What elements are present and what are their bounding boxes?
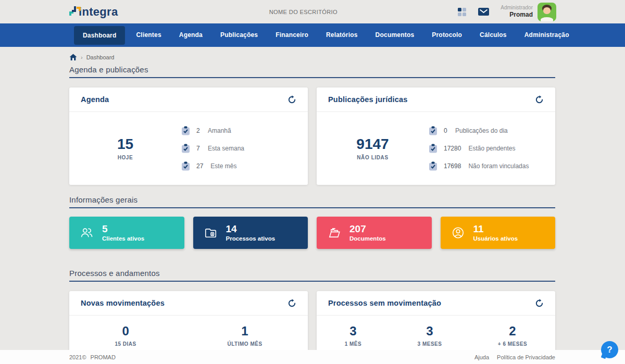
stat-label: 1 MÊS bbox=[345, 341, 362, 347]
footer: 2021© PROMAD Ajuda Política de Privacida… bbox=[0, 350, 625, 364]
agenda-card: Agenda 15 HOJE bbox=[69, 87, 308, 185]
publicacoes-main-stat: 9147 NÃO LIDAS bbox=[317, 136, 429, 160]
stat-card-documentos[interactable]: 207 Documentos bbox=[317, 217, 432, 249]
refresh-icon[interactable] bbox=[535, 299, 544, 308]
item-label: Este mês bbox=[210, 162, 236, 170]
item-value: 0 bbox=[444, 127, 448, 134]
stat-label: ÚLTIMO MÊS bbox=[228, 341, 262, 347]
item-label: Publicações do dia bbox=[455, 127, 508, 134]
novas-movimentacoes-header: Novas movimentações bbox=[69, 291, 308, 316]
nav-item-agenda[interactable]: Agenda bbox=[170, 23, 211, 47]
logo-navy-shape bbox=[74, 6, 76, 12]
users-icon bbox=[80, 226, 94, 240]
stat-label: Processos ativos bbox=[226, 235, 276, 242]
company-name: PROMAD bbox=[91, 354, 116, 360]
refresh-icon[interactable] bbox=[288, 95, 296, 104]
stat-value: 3 bbox=[345, 324, 362, 338]
list-item[interactable]: 7 Esta semana bbox=[181, 144, 308, 153]
stat-value: 207 bbox=[349, 223, 386, 235]
stat-block: 0 15 DIAS bbox=[115, 324, 136, 347]
section-title-agenda-publicacoes: Agenda e publicações bbox=[69, 65, 555, 78]
refresh-icon[interactable] bbox=[535, 95, 544, 104]
clipboard-check-icon bbox=[429, 144, 438, 153]
stat-block: 1 ÚLTIMO MÊS bbox=[228, 324, 262, 347]
list-item[interactable]: 17280 Estão pendentes bbox=[429, 144, 555, 153]
stat-card-clientes-ativos[interactable]: 5 Clientes ativos bbox=[69, 217, 184, 249]
item-label: Estão pendentes bbox=[468, 145, 515, 152]
stat-card-usuarios-ativos[interactable]: 11 Usuários ativos bbox=[441, 217, 556, 249]
publicacoes-breakdown-list: 0 Publicações do dia 17280 Estão pendent… bbox=[429, 118, 555, 179]
stat-card-processos-ativos[interactable]: 14 Processos ativos bbox=[193, 217, 308, 249]
clipboard-check-icon bbox=[429, 126, 438, 135]
list-item[interactable]: 17698 Não foram vinculadas bbox=[429, 161, 555, 171]
nav-item-dashboard[interactable]: Dashboard bbox=[74, 26, 125, 45]
agenda-main-value: 15 bbox=[69, 136, 181, 153]
nav-item-protocolo[interactable]: Protocolo bbox=[423, 23, 471, 47]
list-item[interactable]: 27 Este mês bbox=[181, 161, 308, 171]
logo-text: integra bbox=[79, 5, 118, 19]
breadcrumb: › Dashboard bbox=[69, 53, 555, 62]
agenda-card-header: Agenda bbox=[69, 87, 308, 112]
clipboard-check-icon bbox=[181, 161, 190, 171]
list-item[interactable]: 2 Amanhã bbox=[181, 126, 308, 135]
avatar[interactable] bbox=[538, 3, 556, 21]
publicacoes-card-header: Publicações jurídicas bbox=[317, 87, 555, 112]
nav-item-administracao[interactable]: Administração bbox=[516, 23, 578, 47]
breadcrumb-separator: › bbox=[81, 54, 83, 60]
processos-sem-movimentacao-title: Processos sem movimentação bbox=[328, 299, 441, 307]
apps-grid-icon[interactable] bbox=[457, 7, 467, 17]
user-menu[interactable]: Administrador Promad bbox=[501, 3, 556, 21]
item-value: 27 bbox=[196, 162, 203, 170]
stat-value: 2 bbox=[498, 324, 527, 338]
publicacoes-main-label: NÃO LIDAS bbox=[317, 155, 429, 160]
breadcrumb-current[interactable]: Dashboard bbox=[86, 54, 115, 60]
novas-movimentacoes-title: Novas movimentações bbox=[81, 299, 165, 307]
refresh-icon[interactable] bbox=[288, 299, 296, 308]
clipboard-check-icon bbox=[181, 144, 190, 153]
clipboard-check-icon bbox=[181, 126, 190, 135]
nav-item-publicacoes[interactable]: Publicações bbox=[211, 23, 267, 47]
agenda-card-body: 15 HOJE 2 Amanhã bbox=[69, 112, 308, 185]
nav-item-relatorios[interactable]: Relatórios bbox=[317, 23, 367, 47]
publicacoes-card: Publicações jurídicas 9147 NÃO LIDAS bbox=[317, 87, 555, 185]
stat-card-text: 207 Documentos bbox=[349, 223, 386, 242]
stat-card-text: 5 Clientes ativos bbox=[102, 223, 144, 242]
user-role: Administrador bbox=[501, 5, 533, 11]
stat-label: Documentos bbox=[349, 235, 386, 242]
help-link[interactable]: Ajuda bbox=[474, 354, 489, 360]
stat-block: 3 3 MESES bbox=[418, 324, 442, 347]
stat-block: 2 + 6 MESES bbox=[498, 324, 527, 347]
stat-value: 11 bbox=[473, 223, 518, 235]
user-info: Administrador Promad bbox=[501, 5, 533, 19]
item-label: Esta semana bbox=[208, 145, 244, 152]
processos-sem-movimentacao-header: Processos sem movimentação bbox=[317, 291, 555, 316]
mail-icon[interactable] bbox=[478, 8, 489, 16]
help-button[interactable]: ? bbox=[601, 341, 618, 358]
list-item[interactable]: 0 Publicações do dia bbox=[429, 126, 555, 135]
integra-logo[interactable]: integra bbox=[69, 5, 118, 19]
footer-links: Ajuda Política de Privacidade bbox=[474, 354, 555, 360]
main-content: › Dashboard Agenda e publicações Agenda bbox=[0, 47, 625, 364]
agenda-breakdown-list: 2 Amanhã 7 Esta semana bbox=[181, 118, 308, 179]
footer-copyright: 2021© PROMAD bbox=[69, 354, 116, 360]
stat-value: 1 bbox=[228, 324, 262, 338]
item-value: 17698 bbox=[444, 162, 461, 170]
stat-value: 3 bbox=[418, 324, 442, 338]
section-title-processos-andamentos: Processos e andamentos bbox=[69, 269, 555, 282]
nav-item-clientes[interactable]: Clientes bbox=[127, 23, 170, 47]
top-bar: integra NOME DO ESCRITÓRIO Adm bbox=[0, 0, 625, 23]
item-label: Amanhã bbox=[208, 127, 231, 134]
item-value: 7 bbox=[196, 145, 201, 152]
stat-value: 14 bbox=[226, 223, 276, 235]
agenda-publicacoes-row: Agenda 15 HOJE bbox=[69, 87, 555, 185]
stat-card-text: 11 Usuários ativos bbox=[473, 223, 518, 242]
home-icon[interactable] bbox=[69, 54, 77, 61]
item-label: Não foram vinculadas bbox=[468, 162, 529, 170]
nav-item-calculos[interactable]: Cálculos bbox=[471, 23, 516, 47]
integra-logo-icon bbox=[69, 6, 81, 18]
nav-item-financeiro[interactable]: Financeiro bbox=[267, 23, 317, 47]
stat-value: 0 bbox=[115, 324, 136, 338]
nav-item-documentos[interactable]: Documentos bbox=[367, 23, 423, 47]
privacy-policy-link[interactable]: Política de Privacidade bbox=[497, 354, 555, 360]
stat-label: + 6 MESES bbox=[498, 341, 527, 347]
